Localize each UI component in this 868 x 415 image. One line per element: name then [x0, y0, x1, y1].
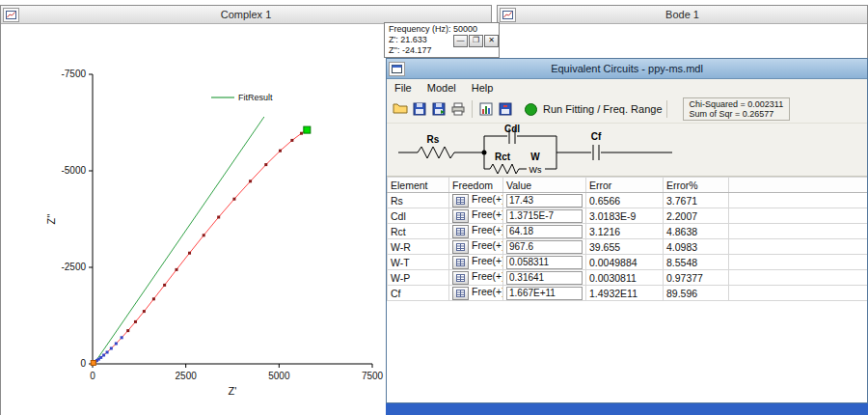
column-header[interactable]: Freedom [449, 178, 503, 193]
chart-window-icon[interactable] [500, 8, 516, 22]
freedom-value[interactable]: Free(+) [472, 224, 503, 235]
menu-file[interactable]: File [387, 82, 420, 94]
parameter-row[interactable]: CdlFree(+)1.3715E-73.0183E-92.2007 [388, 208, 868, 224]
error-percent-value: 3.7671 [664, 193, 729, 208]
toolbar-separator [472, 100, 473, 118]
restore-button[interactable]: ❐ [469, 35, 483, 47]
parameter-row[interactable]: W-RFree(+)967.639.6554.0983 [388, 239, 868, 255]
error-value: 0.6566 [586, 193, 664, 208]
freedom-value[interactable]: Free(+) [472, 208, 503, 220]
parameter-row[interactable]: W-TFree(+)0.0583110.00498848.5548 [388, 255, 868, 270]
value-cell: 0.31641 [503, 270, 586, 286]
toolbar-separator [666, 100, 667, 118]
error-percent-value: 89.596 [664, 286, 729, 301]
save-model-button[interactable] [410, 99, 429, 119]
element-name: W-R [388, 239, 449, 255]
menu-help[interactable]: Help [464, 82, 502, 94]
chi-squared-value: Chi-Squared = 0.002311 [690, 99, 784, 109]
freedom-menu-button[interactable] [452, 194, 469, 208]
bode-titlebar[interactable]: Bode 1 [498, 6, 867, 24]
freedom-menu-button[interactable] [452, 240, 469, 254]
empty-cell [729, 239, 868, 255]
freedom-value[interactable]: Free(+) [472, 286, 503, 297]
close-button[interactable]: ✕ [484, 35, 499, 47]
warburg-symbol: Ws [529, 165, 542, 175]
menu-bar: File Model Help [387, 79, 867, 96]
menu-model[interactable]: Model [420, 82, 464, 94]
svg-text:2500: 2500 [176, 371, 198, 381]
parameter-row[interactable]: RctFree(+)64.183.12164.8638 [388, 224, 868, 239]
circuit-diagram[interactable]: Rs Cdl Rct W Ws Cf [393, 124, 682, 176]
error-percent-value: 4.0983 [664, 239, 729, 255]
error-value: 0.0030811 [586, 270, 664, 286]
freedom-cell: Free(+) [449, 286, 503, 301]
element-name: Rct [388, 224, 449, 239]
value-field[interactable]: 0.31641 [506, 271, 583, 285]
parameter-row[interactable]: RsFree(+)17.430.65663.7671 [388, 193, 868, 208]
error-value: 3.1216 [586, 224, 664, 239]
empty-cell [729, 286, 868, 301]
save-as-button[interactable] [429, 99, 448, 119]
export-button[interactable] [496, 99, 515, 119]
parameter-row[interactable]: W-PFree(+)0.316410.00308110.97377 [388, 270, 868, 286]
freedom-value[interactable]: Free(+) [472, 255, 503, 266]
print-button[interactable] [448, 99, 468, 119]
value-field[interactable]: 1.667E+11 [506, 287, 583, 300]
error-value: 0.0049884 [586, 255, 664, 270]
desktop: Complex 1 02500500075000-2500-5000-7500Z… [0, 0, 868, 415]
freedom-cell: Free(+) [449, 239, 503, 255]
column-header-empty [729, 178, 868, 193]
value-field[interactable]: 0.058311 [506, 256, 583, 269]
svg-text:7500: 7500 [362, 371, 384, 381]
freedom-cell: Free(+) [449, 208, 503, 224]
column-header[interactable]: Error% [664, 178, 729, 193]
error-value: 1.4932E11 [586, 286, 664, 301]
run-fitting-button[interactable]: Run Fitting / Freq. Range [525, 103, 663, 116]
chart-window-icon[interactable] [3, 8, 19, 22]
parameter-row[interactable]: CfFree(+)1.667E+111.4932E1189.596 [388, 286, 868, 301]
equivalent-circuits-title: Equivalent Circuits - ppy-ms.mdl [387, 63, 867, 74]
svg-text:-5000: -5000 [61, 165, 86, 176]
minimize-button[interactable]: — [453, 35, 468, 47]
label-rct: Rct [495, 152, 511, 162]
freedom-menu-button[interactable] [452, 225, 469, 238]
freedom-cell: Free(+) [449, 193, 503, 208]
freedom-value[interactable]: Free(+) [472, 239, 503, 251]
freedom-cell: Free(+) [449, 270, 503, 286]
freedom-menu-button[interactable] [452, 271, 469, 285]
element-name: W-T [388, 255, 449, 270]
value-cell: 1.3715E-7 [503, 208, 586, 224]
label-cf: Cf [591, 131, 602, 142]
value-field[interactable]: 967.6 [506, 240, 583, 254]
empty-cell [729, 270, 868, 286]
model-window-icon[interactable] [389, 62, 405, 76]
resistor-rct-symbol [490, 164, 521, 174]
element-name: W-P [388, 270, 449, 286]
equivalent-circuits-titlebar[interactable]: Equivalent Circuits - ppy-ms.mdl [387, 59, 867, 79]
freedom-menu-button[interactable] [452, 209, 469, 223]
freedom-value[interactable]: Free(+) [472, 270, 503, 282]
freedom-menu-button[interactable] [452, 287, 469, 300]
column-header[interactable]: Element [388, 178, 449, 193]
open-model-button[interactable] [391, 99, 410, 119]
error-percent-value: 0.97377 [664, 270, 729, 286]
value-field[interactable]: 17.43 [506, 194, 583, 208]
freedom-value[interactable]: Free(+) [472, 193, 503, 205]
svg-text:Z'': Z'' [45, 214, 57, 225]
empty-cell [729, 224, 868, 239]
column-header[interactable]: Error [586, 178, 664, 193]
value-field[interactable]: 64.18 [506, 225, 583, 238]
value-field[interactable]: 1.3715E-7 [506, 209, 583, 223]
resistor-rs-symbol [418, 147, 456, 158]
column-header[interactable]: Value [503, 178, 586, 193]
freedom-cell: Free(+) [449, 255, 503, 270]
element-name: Cdl [388, 208, 449, 224]
label-cdl: Cdl [504, 124, 520, 134]
svg-text:-7500: -7500 [61, 69, 86, 79]
empty-cell [729, 193, 868, 208]
svg-text:FitResult: FitResult [238, 93, 273, 102]
toolbar: Run Fitting / Freq. Range Chi-Squared = … [387, 96, 867, 124]
freedom-menu-button[interactable] [452, 256, 469, 269]
element-name: Rs [388, 193, 449, 208]
report-button[interactable] [476, 99, 496, 119]
